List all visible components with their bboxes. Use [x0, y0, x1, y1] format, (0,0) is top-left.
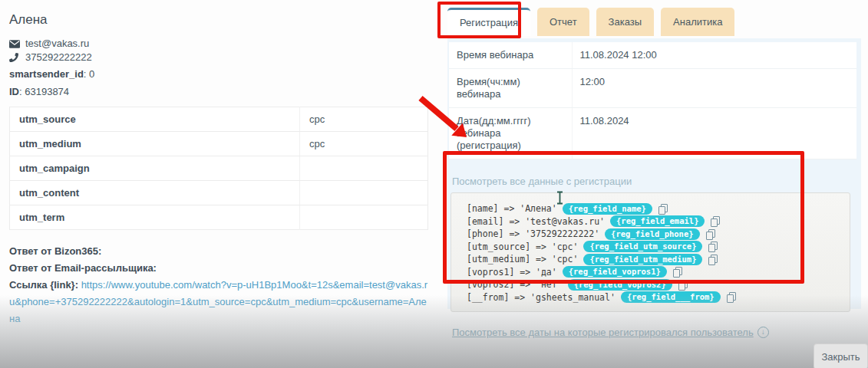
user-id-label: ID: [9, 86, 19, 97]
registration-tab-panel: Время вебинара11.08.2024 12:00 Время(чч:…: [447, 38, 861, 309]
user-phone-row: 375292222222: [9, 51, 428, 64]
copy-icon[interactable]: [727, 292, 735, 302]
field-text: [utm_source] => 'cpc': [467, 242, 578, 252]
copy-icon[interactable]: [708, 255, 717, 264]
field-template-badge: {reg_field_phone}: [605, 228, 699, 240]
registration-field-row: [utm_medium] => 'cpc'{reg_field_utm_medi…: [467, 253, 843, 266]
table-row: Время(чч:мм) вебинара12:00: [449, 69, 856, 108]
field-text: [vopros2] => 'нет': [467, 279, 563, 290]
table-row: Время вебинара11.08.2024 12:00: [449, 42, 856, 69]
view-all-dates-row: Посмотреть все даты на которые регистрир…: [452, 327, 856, 338]
phone-icon: [9, 53, 21, 62]
utm-value: [300, 181, 428, 205]
tab-bar: Регистрация Отчет Заказы Аналитика: [447, 8, 734, 36]
field-template-badge: {reg_field_utm_source}: [583, 241, 702, 252]
tab-report[interactable]: Отчет: [537, 8, 589, 36]
field-template-badge: {reg_field_utm_medium}: [583, 254, 702, 265]
close-button[interactable]: Закрыть: [814, 343, 868, 368]
table-row: utm_campaign: [10, 156, 428, 181]
field-text: [__from] => 'gsheets_manual': [467, 292, 616, 303]
utm-key: utm_term: [10, 205, 300, 230]
registration-field-row: [__from] => 'gsheets_manual'{reg_field__…: [467, 291, 843, 304]
field-text: [vopros1] => 'да': [467, 267, 557, 278]
registration-field-row: [phone] => '375292222222'{reg_field_phon…: [467, 228, 843, 241]
user-phone: 375292222222: [25, 51, 92, 64]
smartsender-id-label: smartsender_id: [9, 68, 84, 80]
utm-key: utm_content: [10, 181, 300, 205]
webinar-value: 12:00: [572, 69, 856, 108]
user-id-row: ID: 63193874: [9, 86, 428, 98]
copy-icon[interactable]: [673, 267, 682, 277]
field-template-badge: {reg_field_email}: [610, 215, 705, 227]
field-template-badge: {reg_field___from}: [621, 291, 721, 303]
table-row: utm_content: [10, 181, 428, 205]
registration-fields-block: [name] => 'Алена'{reg_field_name} [email…: [451, 192, 850, 312]
expand-dates-icon[interactable]: ↓: [757, 327, 769, 338]
copy-icon[interactable]: [706, 229, 715, 239]
webinar-key: Время вебинара: [449, 42, 572, 69]
link-label: Ссылка {link}:: [9, 279, 78, 291]
tab-registration[interactable]: Регистрация: [447, 8, 530, 36]
copy-icon[interactable]: [658, 204, 667, 214]
webinar-info-table: Время вебинара11.08.2024 12:00 Время(чч:…: [449, 42, 856, 159]
field-text: [utm_medium] => 'cpc': [467, 254, 578, 264]
table-row: Дата(дд:мм.гггг) вебинара (регистрация)1…: [449, 108, 856, 159]
registration-field-row: [utm_source] => 'cpc'{reg_field_utm_sour…: [467, 241, 843, 254]
utm-value: [300, 205, 428, 230]
user-name: Алена: [9, 12, 428, 28]
webinar-value: 11.08.2024 12:00: [572, 42, 856, 69]
view-all-registration-data-link[interactable]: Посмотреть все данные с регистрации: [452, 176, 632, 187]
table-row: utm_sourcecpc: [10, 107, 428, 132]
field-text: [email] => 'test@vakas.ru': [467, 216, 605, 227]
utm-value: cpc: [300, 132, 428, 156]
smartsender-id-value: 0: [86, 68, 94, 80]
bizon-response-label: Ответ от Bizon365:: [9, 245, 101, 257]
utm-value: cpc: [300, 107, 428, 132]
copy-icon[interactable]: [711, 216, 719, 226]
table-row: utm_mediumcpc: [10, 132, 428, 156]
utm-key: utm_campaign: [10, 156, 300, 181]
registration-field-row: [name] => 'Алена'{reg_field_name}: [467, 202, 843, 215]
tab-orders[interactable]: Заказы: [596, 8, 654, 36]
user-email-row: test@vakas.ru: [9, 37, 428, 51]
utm-value: [300, 156, 428, 181]
field-template-badge: {reg_field_vopros1}: [563, 266, 667, 278]
utm-key: utm_medium: [10, 132, 300, 156]
field-text: [phone] => '375292222222': [467, 228, 599, 239]
smartsender-id-row: smartsender_id: 0: [9, 68, 428, 80]
user-info-panel: Алена test@vakas.ru 375292222222 smartse…: [9, 9, 428, 327]
copy-icon[interactable]: [708, 242, 717, 251]
utm-key: utm_source: [10, 107, 300, 132]
user-id-value: 63193874: [22, 86, 69, 97]
table-row: utm_term: [10, 205, 428, 230]
webinar-key: Время(чч:мм) вебинара: [449, 69, 572, 108]
field-template-badge: {reg_field_vopros2}: [568, 279, 672, 291]
field-template-badge: {reg_field_name}: [563, 203, 652, 215]
email-icon: [9, 40, 21, 48]
user-email: test@vakas.ru: [25, 37, 89, 51]
webinar-value: 11.08.2024: [572, 108, 856, 159]
field-text: [name] => 'Алена': [467, 203, 557, 214]
registration-field-row: [email] => 'test@vakas.ru'{reg_field_ema…: [467, 215, 843, 228]
registration-field-row: [vopros1] => 'да'{reg_field_vopros1}: [467, 266, 843, 279]
registration-field-row: [vopros2] => 'нет'{reg_field_vopros2}: [467, 278, 843, 291]
copy-icon[interactable]: [678, 280, 687, 290]
tab-analytics[interactable]: Аналитика: [661, 8, 734, 36]
responses-section: Ответ от Bizon365: Ответ от Email-рассыл…: [9, 243, 428, 327]
utm-table: utm_sourcecpc utm_mediumcpc utm_campaign…: [9, 107, 428, 230]
view-all-dates-link[interactable]: Посмотреть все даты на которые регистрир…: [452, 327, 754, 338]
webinar-key: Дата(дд:мм.гггг) вебинара (регистрация): [449, 108, 572, 159]
email-sender-response-label: Ответ от Email-рассыльщика:: [9, 262, 157, 274]
